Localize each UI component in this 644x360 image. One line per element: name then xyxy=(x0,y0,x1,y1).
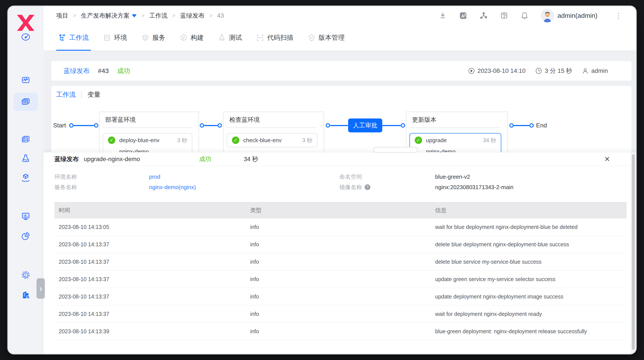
cell-message: wait for deployment nginx-deployment rea… xyxy=(431,311,626,317)
pm-board-icon: PM xyxy=(21,97,31,107)
tab-code-scan[interactable]: 代码扫描 xyxy=(254,25,296,51)
chevron-right-icon: › xyxy=(39,283,42,294)
sidebar-item-releases[interactable] xyxy=(19,132,33,146)
table-row: 2023-08-10 14:13:37 info update deployme… xyxy=(54,288,626,306)
stacked-windows-icon xyxy=(21,134,30,144)
gear-icon: Z xyxy=(21,270,31,280)
col-message: 信息 xyxy=(431,207,626,214)
sidebar-item-settings[interactable]: Z xyxy=(19,268,33,282)
cell-time: 2023-08-10 14:13:39 xyxy=(54,328,246,335)
stage-title: 部署蓝环境 xyxy=(103,116,192,124)
notifications-button[interactable] xyxy=(520,11,529,20)
sidebar-item-data-overview[interactable] xyxy=(19,209,33,223)
connector xyxy=(382,123,405,128)
monitor-graph-icon xyxy=(21,75,30,85)
sidebar-item-delivery[interactable] xyxy=(19,171,33,185)
zadig-logo[interactable] xyxy=(17,15,34,32)
cell-type: info xyxy=(246,311,431,317)
hexagon-icon xyxy=(180,34,188,42)
flask-icon xyxy=(218,34,226,42)
breadcrumb-separator: > xyxy=(142,12,144,19)
job-name: deploy-blue-env xyxy=(119,137,173,144)
breadcrumb-separator: > xyxy=(73,12,76,19)
help-icon[interactable]: ? xyxy=(365,184,370,190)
tab-label: 代码扫描 xyxy=(267,33,293,42)
kebab-menu[interactable]: ⋮ xyxy=(615,11,622,20)
tab-label: 工作流 xyxy=(69,33,89,42)
breadcrumb-separator: > xyxy=(209,12,212,19)
svg-text:A: A xyxy=(461,14,464,18)
flask-icon xyxy=(21,153,30,163)
user-name: admin(admin) xyxy=(558,12,598,19)
pipeline-end-label: End xyxy=(536,122,547,129)
sidebar-item-testing[interactable] xyxy=(19,151,33,165)
app-window: PM Z xyxy=(8,6,636,354)
svg-text:PM: PM xyxy=(23,101,27,104)
subtab-variables[interactable]: 变量 xyxy=(88,90,100,99)
namespace-value: blue-green-v2 xyxy=(435,172,470,182)
language-button[interactable]: A xyxy=(459,11,468,20)
job-duration: 3 秒 xyxy=(177,137,187,144)
cell-time: 2023-08-10 14:13:37 xyxy=(54,259,246,265)
job-name: check-blue-env xyxy=(243,137,298,144)
drawer-scrollbar-thumb[interactable] xyxy=(632,154,635,350)
image-name-label: 镜像名称 ? xyxy=(340,182,370,192)
stage-divider xyxy=(103,127,192,128)
download-button[interactable] xyxy=(438,11,447,20)
cell-type: info xyxy=(246,276,431,282)
breadcrumb-separator: > xyxy=(172,12,175,19)
sidebar-item-enterprise[interactable] xyxy=(19,288,33,302)
monitor-bars-icon xyxy=(21,212,30,221)
tag-icon xyxy=(308,34,316,42)
tab-tests[interactable]: 测试 xyxy=(216,25,244,51)
cell-time: 2023-08-10 14:13:37 xyxy=(54,294,246,300)
cell-time: 2023-08-10 14:13:37 xyxy=(54,241,246,248)
connector xyxy=(509,123,534,128)
expand-panel-handle[interactable]: › xyxy=(36,278,45,299)
run-operator: admin xyxy=(582,67,608,74)
service-name-value[interactable]: nginx-demo(nginx) xyxy=(149,182,196,192)
breadcrumb-workflows[interactable]: 工作流 xyxy=(149,11,168,20)
col-type: 类型 xyxy=(246,207,431,214)
tab-builds[interactable]: 构建 xyxy=(178,25,206,51)
sidebar-item-insight[interactable] xyxy=(19,73,33,87)
sidebar-item-projects[interactable]: PM xyxy=(19,95,33,109)
success-check-icon: ✓ xyxy=(232,136,239,144)
tab-environments[interactable]: 环境 xyxy=(101,25,129,51)
env-name-label: 环境名称 xyxy=(54,172,77,182)
tab-workflows[interactable]: 工作流 xyxy=(56,25,91,51)
breadcrumb-projects[interactable]: 项目 xyxy=(56,11,68,20)
tab-version-management[interactable]: 版本管理 xyxy=(306,25,347,51)
cell-message: delete blue deployment nginx-deployment-… xyxy=(431,241,626,248)
breadcrumb-workflow-name[interactable]: 蓝绿发布 xyxy=(180,11,204,20)
tab-label: 版本管理 xyxy=(318,33,345,42)
breadcrumb-project-name[interactable]: 生产发布解决方案 xyxy=(81,11,137,20)
cell-message: wait for blue deployment nginx-deploymen… xyxy=(431,224,626,230)
close-icon[interactable]: ✕ xyxy=(604,152,610,166)
caret-down-icon[interactable] xyxy=(132,14,137,17)
service-name-label: 服务名称 xyxy=(54,182,77,192)
workflow-name-link[interactable]: 蓝绿发布 xyxy=(64,66,90,75)
env-name-value[interactable]: prod xyxy=(149,172,160,182)
docs-button[interactable] xyxy=(500,11,508,20)
drawer-job-name: upgrade-nginx-demo xyxy=(84,152,140,166)
nav-tabbar: 工作流 环境 服务 构建 测试 代码扫描 xyxy=(44,25,636,51)
sidebar-item-dashboard[interactable] xyxy=(19,30,33,44)
cell-message: update deployment nginx-deployment image… xyxy=(431,294,626,300)
workflow-icon xyxy=(58,34,66,42)
connector xyxy=(200,123,222,128)
pipeline-horizontal-scrollbar[interactable] xyxy=(373,147,418,153)
job-detail-drawer: 蓝绿发布 upgrade-nginx-demo 成功 34 秒 ✕ 环境名称 p… xyxy=(44,152,636,354)
integrations-button[interactable] xyxy=(479,11,488,20)
sidebar-item-data-insight[interactable] xyxy=(19,229,33,243)
stage-divider xyxy=(410,127,501,128)
table-row: 2023-08-10 14:13:37 info delete blue ser… xyxy=(54,253,626,271)
subtab-workflow[interactable]: 工作流 xyxy=(56,90,76,99)
cell-type: info xyxy=(246,224,431,230)
job-card-check-blue-env[interactable]: ✓ check-blue-env 3 秒 xyxy=(227,133,318,147)
avatar[interactable] xyxy=(541,9,554,22)
manual-approval-button[interactable]: 人工审批 xyxy=(348,118,382,132)
drawer-scrollbar-track xyxy=(631,152,636,354)
tab-services[interactable]: 服务 xyxy=(139,25,168,51)
cell-type: info xyxy=(246,241,431,248)
